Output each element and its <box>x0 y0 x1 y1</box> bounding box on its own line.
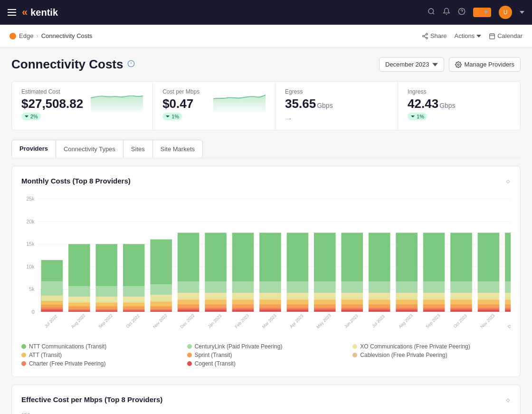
calendar-button[interactable]: Calendar <box>489 32 522 39</box>
date-picker-label: December 2023 <box>385 61 429 68</box>
date-picker-button[interactable]: December 2023 <box>379 57 444 72</box>
trend-down-icon-3 <box>410 114 415 119</box>
svg-rect-74 <box>178 281 200 293</box>
svg-rect-44 <box>41 309 63 312</box>
date-chevron-icon <box>432 62 438 67</box>
svg-rect-66 <box>150 239 172 284</box>
trend-down-icon-0 <box>24 114 29 119</box>
svg-rect-157 <box>505 232 511 281</box>
collapse-button-1[interactable]: ⬦ <box>505 176 511 186</box>
tab-sites[interactable]: Sites <box>123 140 152 158</box>
svg-rect-161 <box>505 304 511 308</box>
tab-providers[interactable]: Providers <box>11 140 56 158</box>
help-icon[interactable] <box>458 8 466 17</box>
legend-item-7: Cogent (Transit) <box>187 360 345 367</box>
app-switcher[interactable]: ⊞ <box>473 8 491 17</box>
svg-text:Jul 2022: Jul 2022 <box>44 314 58 328</box>
svg-rect-71 <box>150 309 172 310</box>
metric-badge-1: 1% <box>162 113 182 120</box>
svg-line-8 <box>424 34 426 35</box>
svg-rect-139 <box>423 299 445 304</box>
svg-rect-112 <box>314 304 336 308</box>
svg-rect-155 <box>478 308 500 309</box>
svg-text:Jan 2023: Jan 2023 <box>207 313 222 329</box>
svg-rect-137 <box>423 281 445 293</box>
hamburger-button[interactable] <box>8 9 16 16</box>
calendar-icon <box>489 33 495 39</box>
svg-rect-124 <box>369 293 390 299</box>
legend-item-4: Sprint (Transit) <box>187 352 345 358</box>
breadcrumb-separator: › <box>36 32 38 39</box>
metric-value-0: $27,508.82 <box>21 97 83 111</box>
logo-icon: « <box>22 6 28 19</box>
metric-label-1: Cost per Mbps <box>162 88 206 95</box>
svg-rect-64 <box>123 309 145 310</box>
gear-icon <box>455 61 462 68</box>
actions-button[interactable]: Actions <box>455 32 482 39</box>
tab-connectivity-types[interactable]: Connectivity Types <box>56 140 123 158</box>
svg-rect-47 <box>68 297 90 302</box>
metric-label-2: Egress <box>285 88 388 95</box>
share-button[interactable]: Share <box>422 32 447 39</box>
info-icon[interactable] <box>127 60 135 69</box>
chart2-y-label: 150 <box>21 412 511 414</box>
svg-text:Dec 2023: Dec 2023 <box>507 313 511 329</box>
svg-rect-136 <box>423 232 445 281</box>
chart2-title: Effective Cost per Mbps (Top 8 Providers… <box>21 395 162 404</box>
collapse-button-2[interactable]: ⬦ <box>505 395 511 404</box>
svg-rect-85 <box>205 308 227 309</box>
logo: « kentik <box>22 6 58 19</box>
legend-label-7: Cogent (Transit) <box>195 360 236 367</box>
svg-text:15k: 15k <box>26 241 35 247</box>
svg-rect-79 <box>178 309 200 312</box>
svg-rect-159 <box>505 293 511 299</box>
svg-rect-84 <box>205 304 227 308</box>
svg-rect-103 <box>287 293 309 299</box>
svg-rect-49 <box>68 306 90 309</box>
user-avatar[interactable]: U <box>499 6 512 19</box>
metric-card-egress: Egress 35.65Gbps → <box>275 81 398 130</box>
svg-rect-51 <box>68 310 90 312</box>
svg-rect-104 <box>287 299 309 304</box>
svg-text:Aug 2023: Aug 2023 <box>398 313 414 329</box>
metric-badge-3: 1% <box>408 113 427 120</box>
svg-rect-61 <box>123 297 145 302</box>
metric-arrow-egress: → <box>285 115 388 123</box>
monthly-costs-chart-card: Monthly Costs (Top 8 Providers) ⬦ 25k 20… <box>11 166 521 377</box>
svg-rect-106 <box>287 308 309 309</box>
svg-rect-80 <box>205 232 227 281</box>
svg-rect-123 <box>369 281 390 293</box>
svg-rect-144 <box>450 281 472 293</box>
legend-label-0: NTT Communications (Transit) <box>29 343 106 350</box>
search-icon[interactable] <box>428 8 435 17</box>
svg-rect-153 <box>478 299 500 304</box>
svg-rect-68 <box>150 295 172 301</box>
breadcrumb-edge[interactable]: Edge <box>19 32 33 39</box>
share-label: Share <box>430 32 447 39</box>
metric-label-0: Estimated Cost <box>21 88 83 95</box>
manage-providers-button[interactable]: Manage Providers <box>449 57 521 72</box>
svg-rect-100 <box>259 309 281 312</box>
svg-rect-163 <box>505 309 511 312</box>
breadcrumb-bar: Edge › Connectivity Costs Share Actions … <box>0 25 532 48</box>
svg-rect-119 <box>341 304 363 308</box>
svg-rect-40 <box>41 295 63 301</box>
svg-rect-60 <box>123 286 145 297</box>
svg-rect-145 <box>450 293 472 299</box>
page-title: Connectivity Costs <box>11 57 124 72</box>
svg-rect-131 <box>396 293 418 299</box>
svg-rect-95 <box>259 281 281 293</box>
svg-rect-122 <box>369 232 390 281</box>
legend-dot-1 <box>187 344 192 349</box>
svg-rect-140 <box>423 304 445 308</box>
svg-rect-134 <box>396 308 418 309</box>
notification-icon[interactable] <box>443 8 450 17</box>
svg-rect-152 <box>478 293 500 299</box>
svg-rect-126 <box>369 304 390 308</box>
svg-rect-87 <box>232 232 254 281</box>
arrow-right-icon: → <box>285 115 293 123</box>
tab-site-markets[interactable]: Site Markets <box>152 140 203 158</box>
svg-rect-86 <box>205 309 227 312</box>
svg-rect-75 <box>178 293 200 299</box>
chart1-legend: NTT Communications (Transit) CenturyLink… <box>21 343 511 367</box>
